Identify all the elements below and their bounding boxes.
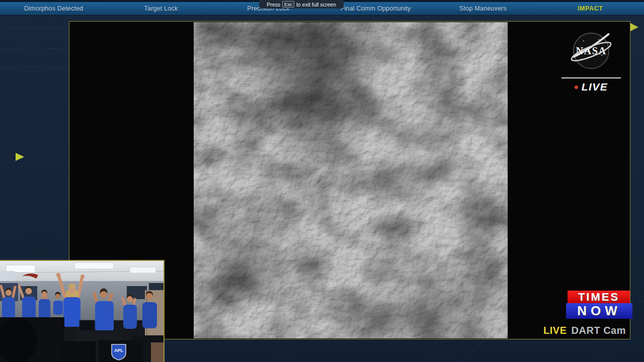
nasa-bug-divider [561,77,621,78]
apl-badge-label: APL [114,348,124,353]
fullscreen-exit-toast: Press Esc to exit full screen [259,0,344,9]
esc-keycap: Esc [282,1,294,8]
toast-press-text: Press [267,2,280,8]
cam-live-label: LIVE [543,325,567,336]
mission-control-pip: APL [0,260,165,362]
channel-name-top: TIMES [568,291,630,304]
left-marker-arrow-icon [16,153,24,161]
nasa-live-bug: NASA LIVE [559,27,623,93]
toast-suffix-text: to exit full screen [296,2,336,8]
fullscreen-video-screen[interactable]: Dimorphos Detected Target Lock Precision… [0,0,644,362]
phase-target-lock: Target Lock [107,2,214,15]
nasa-live-row: LIVE [575,81,608,93]
dart-cam-feed [194,22,508,338]
live-dot-icon [575,85,578,89]
right-marker-arrow-icon [630,23,638,31]
phase-stop-maneuvers: Stop Maneuvers [429,2,536,15]
nasa-live-label: LIVE [582,81,608,93]
channel-watermark: TIMES NOW [568,291,632,319]
channel-name-bottom: NOW [566,303,632,319]
mission-control-scene: APL [0,261,164,362]
asteroid-surface-image [194,22,508,338]
cam-name-label: DART Cam [572,325,626,336]
nasa-insignia-icon: NASA [567,27,615,75]
dart-cam-caption: LIVEDART Cam [543,325,626,336]
phase-impact: IMPACT [537,2,644,15]
phase-dimorphos-detected: Dimorphos Detected [0,2,107,15]
